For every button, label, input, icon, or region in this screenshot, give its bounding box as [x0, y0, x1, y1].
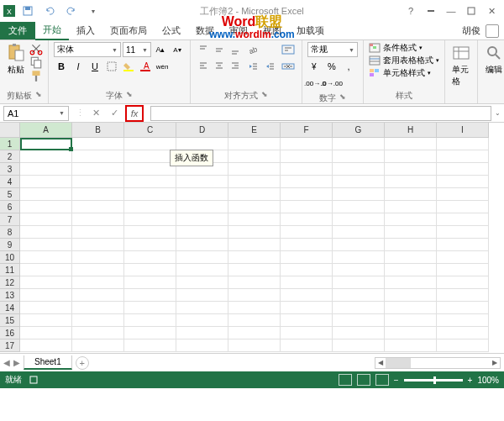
sheet-nav-next-icon[interactable]: ▶ — [13, 358, 20, 367]
row-header[interactable]: 3 — [0, 163, 20, 176]
cell[interactable] — [437, 239, 489, 251]
conditional-format-button[interactable]: 条件格式▾ — [369, 42, 439, 54]
cell[interactable] — [176, 188, 228, 201]
cell[interactable] — [176, 264, 228, 276]
cell[interactable] — [281, 327, 333, 339]
row-header[interactable]: 5 — [0, 188, 20, 201]
percent-icon[interactable]: % — [324, 59, 339, 74]
insert-function-button[interactable]: fx — [125, 105, 144, 122]
italic-button[interactable]: I — [71, 59, 86, 74]
maximize-icon[interactable] — [462, 3, 480, 18]
cell[interactable] — [333, 163, 385, 176]
decrease-indent-icon[interactable] — [245, 59, 260, 74]
column-header[interactable]: A — [20, 123, 72, 138]
cell[interactable] — [72, 201, 124, 213]
cell-styles-button[interactable]: 单元格样式▾ — [369, 67, 439, 79]
help-icon[interactable]: ? — [402, 3, 420, 18]
copy-icon[interactable] — [29, 55, 43, 67]
cell[interactable] — [333, 264, 385, 276]
cell[interactable] — [124, 302, 176, 314]
cell[interactable] — [228, 276, 281, 289]
cell[interactable] — [20, 163, 72, 176]
bold-button[interactable]: B — [54, 59, 69, 74]
cell[interactable] — [333, 213, 385, 226]
cell[interactable] — [281, 302, 333, 314]
align-launcher-icon[interactable]: ⬊ — [261, 90, 268, 102]
cell[interactable] — [20, 276, 72, 289]
shrink-font-icon[interactable]: A▾ — [170, 42, 185, 57]
cell[interactable] — [437, 264, 489, 276]
cell[interactable] — [385, 339, 437, 352]
column-header[interactable]: I — [437, 123, 489, 138]
cell[interactable] — [72, 213, 124, 226]
cell[interactable] — [228, 264, 281, 276]
cell[interactable] — [281, 314, 333, 327]
cell[interactable] — [176, 213, 228, 226]
cell[interactable] — [124, 188, 176, 201]
cell[interactable] — [124, 339, 176, 352]
increase-indent-icon[interactable] — [262, 59, 277, 74]
cell[interactable] — [72, 264, 124, 276]
cell[interactable] — [20, 251, 72, 264]
cell[interactable] — [124, 327, 176, 339]
editing-button[interactable]: 编辑 — [483, 42, 504, 77]
cell[interactable] — [437, 150, 489, 163]
cell[interactable] — [281, 239, 333, 251]
scroll-left-icon[interactable]: ◀ — [375, 358, 386, 368]
cell[interactable] — [20, 302, 72, 314]
cell[interactable] — [228, 339, 281, 352]
cell[interactable] — [333, 339, 385, 352]
cell[interactable] — [437, 251, 489, 264]
zoom-in-icon[interactable]: + — [468, 376, 473, 385]
cell[interactable] — [72, 226, 124, 239]
cell[interactable] — [385, 264, 437, 276]
sheet-nav-prev-icon[interactable]: ◀ — [3, 358, 10, 367]
tab-file[interactable]: 文件 — [0, 22, 35, 39]
cell[interactable] — [385, 276, 437, 289]
cell[interactable] — [333, 176, 385, 188]
cell[interactable] — [385, 138, 437, 150]
cell[interactable] — [333, 289, 385, 302]
cell[interactable] — [20, 314, 72, 327]
cell[interactable] — [20, 176, 72, 188]
cell[interactable] — [20, 239, 72, 251]
cell[interactable] — [20, 150, 72, 163]
cell[interactable] — [228, 289, 281, 302]
cell[interactable] — [72, 239, 124, 251]
cell[interactable] — [124, 239, 176, 251]
cell[interactable] — [228, 314, 281, 327]
cell[interactable] — [124, 251, 176, 264]
zoom-level[interactable]: 100% — [477, 376, 499, 385]
cell[interactable] — [72, 314, 124, 327]
font-size-combo[interactable]: 11▼ — [123, 42, 151, 57]
qat-customize-icon[interactable]: ▼ — [84, 3, 102, 18]
cell[interactable] — [333, 201, 385, 213]
cell[interactable] — [20, 138, 72, 150]
tab-insert[interactable]: 插入 — [69, 22, 102, 39]
cell[interactable] — [176, 251, 228, 264]
cell[interactable] — [72, 289, 124, 302]
wrap-text-icon[interactable] — [280, 42, 297, 57]
cell[interactable] — [228, 226, 281, 239]
qat-undo-icon[interactable] — [40, 3, 59, 18]
cell[interactable] — [176, 239, 228, 251]
row-header[interactable]: 17 — [0, 339, 20, 352]
name-box[interactable]: A1▼ — [3, 106, 69, 121]
tab-formulas[interactable]: 公式 — [155, 22, 188, 39]
cell[interactable] — [176, 302, 228, 314]
cell[interactable] — [385, 176, 437, 188]
row-header[interactable]: 12 — [0, 276, 20, 289]
cell[interactable] — [437, 138, 489, 150]
cell[interactable] — [281, 150, 333, 163]
cell[interactable] — [333, 138, 385, 150]
cell[interactable] — [72, 251, 124, 264]
cell[interactable] — [228, 201, 281, 213]
cut-icon[interactable] — [29, 42, 43, 54]
column-header[interactable]: B — [72, 123, 124, 138]
cells[interactable] — [20, 138, 489, 352]
orientation-icon[interactable]: ab — [245, 42, 260, 57]
cell[interactable] — [385, 289, 437, 302]
cell[interactable] — [281, 276, 333, 289]
avatar-icon[interactable] — [486, 24, 499, 38]
cell[interactable] — [176, 314, 228, 327]
